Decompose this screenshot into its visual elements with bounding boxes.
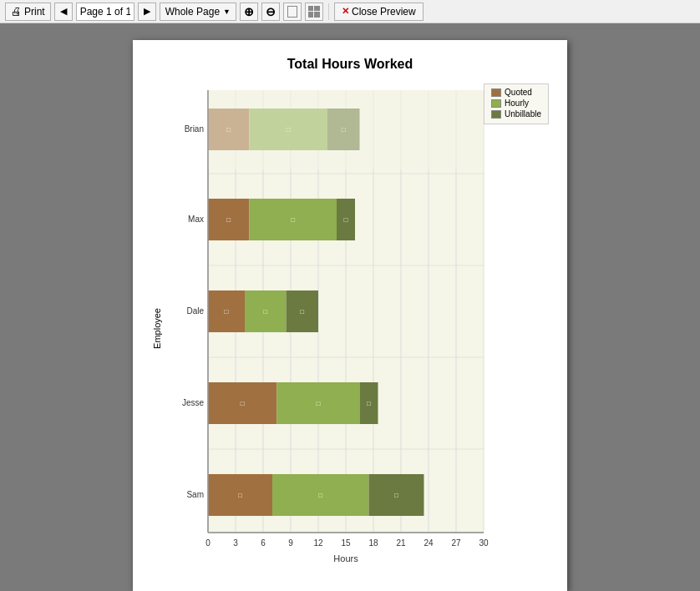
prev-page-button[interactable]: ◀ xyxy=(54,3,73,21)
x-tick-15: 15 xyxy=(341,538,351,548)
svg-rect-14 xyxy=(208,90,484,169)
next-page-button[interactable]: ▶ xyxy=(138,3,156,21)
printer-icon: 🖨 xyxy=(11,5,22,18)
bar-label-jesse-hourly: □ xyxy=(317,400,321,407)
bar-label-max-unbillable: □ xyxy=(344,216,348,224)
print-page: Total Hours Worked Quoted Hourly Unbilla… xyxy=(133,40,567,591)
x-tick-0: 0 xyxy=(205,538,211,548)
legend-item-hourly: Hourly xyxy=(491,98,541,108)
chart-title: Total Hours Worked xyxy=(150,57,550,72)
multi-page-icon xyxy=(308,6,320,18)
y-label-jesse: Jesse xyxy=(182,398,205,407)
bar-label-max-hourly: □ xyxy=(291,216,295,224)
multi-page-view-button[interactable] xyxy=(305,3,323,21)
chart-svg-container: Employee xyxy=(150,82,550,574)
zoom-out-icon: ⊖ xyxy=(266,5,276,18)
legend-color-hourly xyxy=(491,99,501,108)
whole-page-label: Whole Page xyxy=(165,6,220,18)
zoom-in-icon: ⊕ xyxy=(244,5,254,18)
bar-label-dale-unbillable: □ xyxy=(300,308,304,316)
page-input[interactable] xyxy=(76,3,134,21)
y-label-dale: Dale xyxy=(186,306,204,316)
x-tick-3: 3 xyxy=(233,538,238,548)
zoom-out-button[interactable]: ⊖ xyxy=(261,3,280,21)
bar-label-jesse-unbillable: □ xyxy=(367,400,371,407)
y-label-max: Max xyxy=(188,215,204,224)
y-axis-label: Employee xyxy=(152,308,162,349)
chart-legend: Quoted Hourly Unbillable xyxy=(484,83,549,124)
legend-label-quoted: Quoted xyxy=(505,88,532,97)
x-tick-6: 6 xyxy=(261,538,266,548)
print-label: Print xyxy=(24,6,45,18)
x-tick-21: 21 xyxy=(396,538,406,548)
legend-label-unbillable: Unbillable xyxy=(505,109,541,119)
print-button[interactable]: 🖨 Print xyxy=(5,3,51,21)
y-label-brian: Brian xyxy=(185,124,204,134)
left-arrow-icon: ◀ xyxy=(60,6,67,17)
zoom-in-button[interactable]: ⊕ xyxy=(240,3,258,21)
x-tick-24: 24 xyxy=(424,538,434,548)
chart-svg: □ □ □ Brian □ □ □ Max xyxy=(166,82,525,574)
right-arrow-icon: ▶ xyxy=(144,6,150,17)
x-tick-12: 12 xyxy=(313,538,323,548)
legend-label-hourly: Hourly xyxy=(505,98,529,108)
x-tick-27: 27 xyxy=(451,538,461,548)
legend-color-quoted xyxy=(491,88,501,97)
y-label-sam: Sam xyxy=(186,490,204,499)
chevron-down-icon: ▼ xyxy=(223,8,231,16)
bar-label-jesse-quoted: □ xyxy=(241,400,245,407)
x-tick-9: 9 xyxy=(288,538,293,548)
toolbar: 🖨 Print ◀ ▶ Whole Page ▼ ⊕ ⊖ ✕ Close Pre… xyxy=(0,0,700,23)
bar-label-sam-hourly: □ xyxy=(318,492,322,499)
bar-label-max-quoted: □ xyxy=(226,216,231,224)
bar-label-dale-hourly: □ xyxy=(263,308,267,316)
toolbar-divider xyxy=(328,3,329,20)
page-area: Total Hours Worked Quoted Hourly Unbilla… xyxy=(0,23,700,591)
close-preview-label: Close Preview xyxy=(352,6,416,18)
bar-label-sam-quoted: □ xyxy=(238,492,242,499)
x-tick-30: 30 xyxy=(479,538,489,548)
close-icon: ✕ xyxy=(342,6,349,17)
legend-item-unbillable: Unbillable xyxy=(491,109,541,119)
single-page-icon xyxy=(287,6,297,18)
y-axis-label-container: Employee xyxy=(150,82,165,574)
bar-label-dale-quoted: □ xyxy=(225,308,229,316)
legend-item-quoted: Quoted xyxy=(491,88,541,97)
x-tick-18: 18 xyxy=(368,538,378,548)
legend-color-unbillable xyxy=(491,110,501,119)
single-page-view-button[interactable] xyxy=(283,3,302,21)
close-preview-button[interactable]: ✕ Close Preview xyxy=(334,3,424,21)
whole-page-dropdown[interactable]: Whole Page ▼ xyxy=(160,3,236,21)
x-axis-label: Hours xyxy=(333,553,358,563)
bar-label-sam-unbillable: □ xyxy=(394,492,398,499)
